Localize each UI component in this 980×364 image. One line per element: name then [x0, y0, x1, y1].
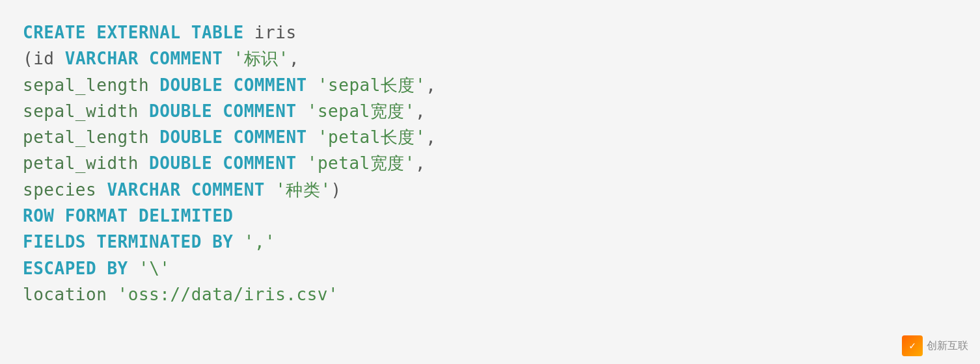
code-part	[202, 232, 212, 252]
code-line-line6: petal_width DOUBLE COMMENT 'petal宽度',	[23, 150, 957, 176]
code-part: ','	[244, 232, 276, 252]
code-line-line7: species VARCHAR COMMENT '种类')	[23, 177, 957, 203]
code-part: 'petal长度'	[318, 127, 426, 147]
code-part: species	[23, 180, 96, 200]
code-part	[55, 206, 65, 226]
code-part	[96, 180, 107, 200]
code-part: BY	[212, 232, 233, 252]
code-part	[139, 153, 149, 173]
code-part	[297, 153, 307, 173]
code-block: CREATE EXTERNAL TABLE iris(id VARCHAR CO…	[23, 20, 957, 307]
code-part: COMMENT	[234, 75, 307, 95]
code-part: CREATE	[23, 23, 86, 42]
code-line-line9: FIELDS TERMINATED BY ','	[23, 229, 957, 255]
code-part: COMMENT	[149, 49, 223, 68]
code-part: FIELDS	[23, 232, 86, 252]
code-part: DOUBLE	[159, 75, 223, 95]
code-part	[128, 206, 139, 226]
code-part: ESCAPED	[23, 259, 96, 278]
code-part: 'sepal长度'	[318, 75, 426, 95]
code-part: 'sepal宽度'	[307, 101, 415, 121]
code-part: ROW	[23, 206, 55, 226]
code-part	[181, 23, 191, 42]
code-line-line10: ESCAPED BY '\'	[23, 255, 957, 281]
code-part: location	[23, 285, 107, 304]
code-part	[212, 153, 223, 173]
code-part	[86, 232, 96, 252]
code-part: petal_width	[23, 153, 139, 173]
code-part: 'petal宽度'	[307, 153, 415, 173]
code-line-line4: sepal_width DOUBLE COMMENT 'sepal宽度',	[23, 98, 957, 124]
code-part: '\'	[139, 259, 170, 278]
code-part	[107, 285, 117, 304]
code-part	[265, 180, 275, 200]
code-part: FORMAT	[65, 206, 128, 226]
code-part: COMMENT	[223, 153, 296, 173]
code-part	[297, 101, 307, 121]
code-part: 'oss://data/iris.csv'	[118, 285, 339, 304]
logo: ✓ 创新互联	[902, 335, 968, 356]
code-part: VARCHAR	[107, 180, 180, 200]
code-part	[223, 75, 233, 95]
code-container: CREATE EXTERNAL TABLE iris(id VARCHAR CO…	[0, 0, 980, 364]
code-part	[139, 49, 149, 68]
code-part: ,	[289, 49, 299, 68]
code-part	[223, 127, 233, 147]
code-part: '标识'	[234, 49, 289, 68]
code-part: EXTERNAL	[96, 23, 180, 42]
code-part: petal_length	[23, 127, 149, 147]
code-part: (id	[23, 49, 65, 68]
code-part: COMMENT	[223, 101, 296, 121]
code-line-line11: location 'oss://data/iris.csv'	[23, 281, 957, 307]
code-part: '种类'	[275, 180, 331, 200]
code-part: COMMENT	[191, 180, 265, 200]
logo-text: 创新互联	[927, 339, 968, 353]
code-part: iris	[244, 23, 297, 42]
code-part	[181, 180, 191, 200]
code-part: ,	[415, 153, 426, 173]
code-line-line5: petal_length DOUBLE COMMENT 'petal长度',	[23, 124, 957, 150]
logo-icon: ✓	[902, 335, 923, 356]
code-part	[128, 259, 139, 278]
code-part	[96, 259, 107, 278]
code-part: DELIMITED	[139, 206, 234, 226]
code-part	[212, 101, 223, 121]
code-part: TERMINATED	[96, 232, 202, 252]
code-part	[149, 127, 159, 147]
code-part	[307, 75, 318, 95]
code-part	[223, 49, 233, 68]
code-line-line2: (id VARCHAR COMMENT '标识',	[23, 46, 957, 72]
code-part: ,	[415, 101, 426, 121]
code-part: ,	[426, 75, 436, 95]
code-part: sepal_length	[23, 75, 149, 95]
code-part: )	[331, 180, 342, 200]
code-part: BY	[107, 259, 128, 278]
code-part: TABLE	[191, 23, 244, 42]
code-part: VARCHAR	[65, 49, 139, 68]
code-part: DOUBLE	[149, 153, 212, 173]
code-part: DOUBLE	[149, 101, 212, 121]
code-part	[139, 101, 149, 121]
code-part	[234, 232, 244, 252]
code-part: ,	[426, 127, 436, 147]
code-part	[86, 23, 96, 42]
code-line-line3: sepal_length DOUBLE COMMENT 'sepal长度',	[23, 72, 957, 98]
code-line-line1: CREATE EXTERNAL TABLE iris	[23, 20, 957, 46]
code-part: COMMENT	[234, 127, 307, 147]
code-part: sepal_width	[23, 101, 139, 121]
code-part	[149, 75, 159, 95]
code-part: DOUBLE	[159, 127, 223, 147]
code-line-line8: ROW FORMAT DELIMITED	[23, 203, 957, 229]
code-part	[307, 127, 318, 147]
